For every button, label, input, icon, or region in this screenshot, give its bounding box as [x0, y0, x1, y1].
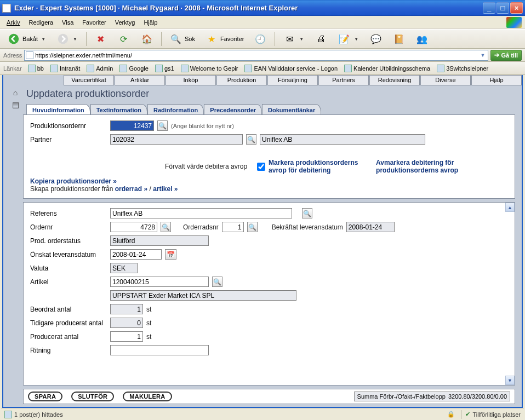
tab-artiklar[interactable]: Artiklar: [115, 75, 165, 85]
link-kalender[interactable]: Kalender Utbildningsschema: [341, 64, 433, 73]
producerat-label: Producerat antal: [30, 333, 107, 341]
subtab-bar: Huvudinformation Textinformation Radinfo…: [22, 104, 516, 114]
lookup-button[interactable]: 🔍: [157, 120, 168, 131]
tab-partners[interactable]: Partners: [318, 75, 369, 85]
ie-logo-icon: [506, 17, 522, 28]
history-button[interactable]: 🕘: [250, 31, 271, 47]
subtab-precedensorder[interactable]: Precedensorder: [204, 104, 262, 114]
messenger-button[interactable]: 👥: [412, 31, 432, 47]
links-label: Länkar: [3, 65, 22, 72]
maximize-button[interactable]: □: [497, 2, 509, 14]
ritning-input[interactable]: [110, 345, 209, 355]
page-icon: [181, 65, 189, 72]
link-admin[interactable]: Admin: [84, 64, 116, 73]
research-icon: 📔: [392, 32, 406, 45]
status-label: Prod. orderstatus: [30, 237, 107, 245]
ordernr-input[interactable]: [110, 222, 157, 232]
lookup-button[interactable]: 🔍: [246, 134, 256, 145]
prodordernr-input[interactable]: [110, 120, 154, 131]
menu-hjalp[interactable]: Hjälp: [140, 18, 161, 27]
tab-hjalp[interactable]: Hjälp: [471, 75, 522, 85]
edit-button[interactable]: 📝▼: [334, 31, 363, 47]
home-icon: 🏠: [140, 32, 153, 45]
referens-input[interactable]: [110, 208, 292, 218]
tab-diverse[interactable]: Diverse: [420, 75, 471, 85]
discuss-button[interactable]: 💬: [366, 31, 386, 47]
toolbar: Bakåt ▼ ▼ ✖ ⟳ 🏠 🔍Sök ★Favoriter 🕘 ✉▼ 🖨 📝…: [0, 29, 525, 49]
grid-icon[interactable]: ▤: [12, 100, 19, 109]
mail-button[interactable]: ✉▼: [279, 31, 309, 47]
mark-link[interactable]: Markera produktionsorderns avrop för deb…: [269, 159, 373, 174]
lookup-button[interactable]: 🔍: [161, 222, 171, 232]
link-gs1[interactable]: gs1: [152, 64, 177, 73]
chevron-down-icon[interactable]: ▼: [40, 37, 47, 42]
link-gepir[interactable]: Welcome to Gepir: [178, 64, 241, 73]
link-intranat[interactable]: Intranät: [48, 64, 83, 73]
calendar-button[interactable]: 📅: [165, 249, 176, 260]
menu-verktyg[interactable]: Verktyg: [112, 18, 139, 27]
bekr-input: [346, 222, 395, 232]
link-3switch[interactable]: 3Switchsleipner: [434, 64, 491, 73]
avmark-link[interactable]: Avmarkera debitering för produktionsorde…: [376, 159, 486, 174]
menu-redigera[interactable]: Redigera: [25, 18, 56, 27]
beordrat-label: Beordrat antal: [30, 306, 107, 313]
search-button[interactable]: 🔍Sök: [166, 31, 199, 47]
subtab-dokumentlankar[interactable]: Dokumentlänkar: [262, 104, 321, 114]
print-button[interactable]: 🖨: [311, 31, 332, 47]
subtab-radinformation[interactable]: Radinformation: [147, 104, 204, 114]
referens-label: Referens: [30, 210, 107, 217]
link-bb[interactable]: bb: [25, 64, 47, 73]
link-google[interactable]: Google: [117, 64, 151, 73]
orderradsnr-label: Orderradsnr: [183, 223, 219, 231]
app-tabs: Varucertifikat Artiklar Inköp Produktion…: [3, 75, 522, 85]
spara-button[interactable]: SPARA: [28, 392, 62, 401]
chevron-down-icon[interactable]: ▼: [72, 37, 78, 42]
makulera-button[interactable]: MAKULERA: [123, 392, 172, 401]
summary-box: Summa Förbr-/Ofakt-/Faktbelopp 3200.80/3…: [354, 392, 510, 401]
valuta-input: [110, 263, 138, 273]
refresh-button[interactable]: ⟳: [113, 31, 134, 47]
onskat-input[interactable]: [110, 249, 162, 260]
orderrad-link[interactable]: orderrad »: [115, 185, 147, 193]
scroll-down-button[interactable]: ▼: [505, 376, 515, 385]
left-icon-bar: ⌂ ▤: [9, 86, 22, 404]
partner-code-input[interactable]: [110, 134, 243, 145]
forward-button[interactable]: ▼: [53, 31, 82, 47]
slutfor-button[interactable]: SLUTFÖR: [71, 392, 114, 401]
stop-button[interactable]: ✖: [90, 31, 111, 47]
refresh-icon: ⟳: [117, 32, 130, 45]
orderradsnr-input[interactable]: [222, 222, 244, 232]
lookup-button[interactable]: 🔍: [302, 208, 312, 218]
subtab-huvudinformation[interactable]: Huvudinformation: [26, 104, 90, 114]
go-button[interactable]: ➔ Gå till: [490, 50, 522, 61]
tab-inkop[interactable]: Inköp: [166, 75, 216, 85]
kopiera-link[interactable]: Kopiera produktionsorder »: [30, 177, 117, 185]
home-button[interactable]: 🏠: [136, 31, 157, 47]
tab-varucertifikat[interactable]: Varucertifikat: [64, 75, 114, 85]
tab-forsaljning[interactable]: Försäljning: [267, 75, 318, 85]
chevron-down-icon[interactable]: ▼: [479, 53, 487, 58]
menu-arkiv[interactable]: Arkiv: [3, 18, 23, 27]
lookup-button[interactable]: 🔍: [247, 222, 258, 232]
artikel-code-input[interactable]: [110, 277, 209, 287]
artikel-link[interactable]: artikel »: [153, 185, 178, 193]
forvalt-checkbox[interactable]: [257, 163, 265, 171]
subtab-textinformation[interactable]: Textinformation: [90, 104, 147, 114]
scroll-up-button[interactable]: ▲: [505, 203, 515, 212]
tab-produktion[interactable]: Produktion: [216, 75, 267, 85]
page-icon: [437, 65, 444, 72]
address-input-wrap[interactable]: https://sleipner.exder.net/html/menu/ ▼: [24, 50, 488, 61]
link-ean[interactable]: EAN Validdator service - Logon: [242, 64, 340, 73]
home-icon[interactable]: ⌂: [13, 88, 18, 97]
summary-value: 3200.80/3200.80/0.00: [448, 393, 507, 400]
back-button[interactable]: Bakåt ▼: [3, 31, 50, 47]
menu-visa[interactable]: Visa: [59, 18, 77, 27]
tab-redovisning[interactable]: Redovisning: [369, 75, 420, 85]
minimize-button[interactable]: _: [483, 2, 495, 14]
producerat-input[interactable]: [110, 331, 143, 342]
research-button[interactable]: 📔: [389, 31, 409, 47]
lookup-button[interactable]: 🔍: [212, 277, 222, 287]
menu-favoriter[interactable]: Favoriter: [79, 18, 109, 27]
favorites-button[interactable]: ★Favoriter: [201, 31, 248, 47]
close-button[interactable]: ×: [510, 2, 523, 14]
